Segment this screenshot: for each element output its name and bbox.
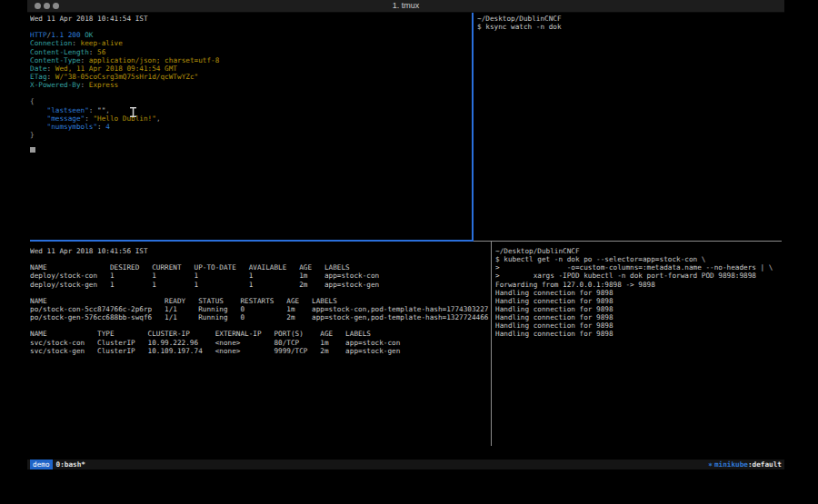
- pane-http-response[interactable]: Wed 11 Apr 2018 10:41:54 IST HTTP/1.1 20…: [30, 15, 471, 240]
- terminal-line: svc/stock-gen ClusterIP 10.109.197.74 <n…: [30, 347, 490, 355]
- terminal-line: Content-Type: application/json; charset=…: [30, 56, 471, 64]
- terminal-line: $ kubectl get -n dok po --selector=app=s…: [495, 255, 782, 263]
- terminal-line: [30, 147, 471, 155]
- terminal-line: Wed 11 Apr 2018 10:41:56 IST: [30, 247, 490, 255]
- terminal-line: Handling connection for 9898: [495, 305, 782, 313]
- pane-port-forward[interactable]: ~/Desktop/DublinCNCF$ kubectl get -n dok…: [495, 247, 782, 445]
- terminal-line: HTTP/1.1 200 OK: [30, 31, 471, 39]
- kube-cluster-name: minikube: [714, 460, 748, 469]
- pane-divider-horizontal-right[interactable]: [474, 241, 782, 242]
- kube-context-status: ⎈ minikube :default: [708, 460, 782, 469]
- tmux-terminal: Wed 11 Apr 2018 10:41:54 IST HTTP/1.1 20…: [27, 13, 784, 466]
- terminal-line: [30, 321, 490, 330]
- mouse-pointer-icon: [130, 107, 136, 117]
- terminal-line: "lastseen": "",: [30, 106, 471, 114]
- terminal-cursor: [30, 147, 35, 153]
- terminal-line: svc/stock-con ClusterIP 10.99.222.96 <no…: [30, 339, 490, 347]
- terminal-line: deploy/stock-con 1 1 1 1 1m app=stock-co…: [30, 272, 490, 280]
- terminal-line: deploy/stock-gen 1 1 1 1 2m app=stock-ge…: [30, 281, 490, 289]
- pane-divider-vertical-top[interactable]: [472, 13, 474, 242]
- tmux-window-tab[interactable]: 0:bash*: [56, 460, 85, 469]
- terminal-line: NAME READY STATUS RESTARTS AGE LABELS: [30, 297, 490, 305]
- terminal-line: ~/Desktop/DublinCNCF: [495, 247, 782, 255]
- terminal-line: "numsymbols": 4: [30, 123, 471, 131]
- terminal-line: Handling connection for 9898: [495, 297, 782, 305]
- terminal-line: po/stock-con-5cc874766c-2p6rp 1/1 Runnin…: [30, 305, 490, 313]
- terminal-line: Handling connection for 9898: [495, 321, 782, 330]
- terminal-line: $ ksync watch -n dok: [477, 23, 782, 31]
- terminal-line: NAME DESIRED CURRENT UP-TO-DATE AVAILABL…: [30, 263, 490, 272]
- terminal-line: Forwarding from 127.0.0.1:9898 -> 9898: [495, 281, 782, 289]
- terminal-line: Content-Length: 56: [30, 48, 471, 56]
- tmux-status-bar: demo 0:bash* ⎈ minikube :default: [27, 460, 784, 469]
- terminal-line: X-Powered-By: Express: [30, 81, 471, 89]
- terminal-line: Connection: keep-alive: [30, 39, 471, 47]
- terminal-line: ~/Desktop/DublinCNCF: [477, 15, 782, 23]
- terminal-line: po/stock-gen-576cc688bb-swqf6 1/1 Runnin…: [30, 313, 490, 321]
- window-title: 1. tmux: [27, 0, 784, 12]
- terminal-line: {: [30, 97, 471, 105]
- pane-divider-horizontal-left[interactable]: [30, 240, 473, 242]
- terminal-window: 1. tmux Wed 11 Apr 2018 10:41:54 IST HTT…: [27, 0, 784, 466]
- pane-kubectl-get[interactable]: Wed 11 Apr 2018 10:41:56 IST NAME DESIRE…: [30, 247, 490, 445]
- terminal-line: > -o=custom-columns=:metadata.name --no-…: [495, 263, 782, 272]
- terminal-line: [30, 89, 471, 97]
- pane-divider-vertical-bottom[interactable]: [491, 242, 492, 446]
- pane-ksync-watch[interactable]: ~/Desktop/DublinCNCF$ ksync watch -n dok: [477, 15, 782, 240]
- terminal-line: NAME TYPE CLUSTER-IP EXTERNAL-IP PORT(S)…: [30, 330, 490, 338]
- terminal-line: [30, 255, 490, 263]
- terminal-line: [30, 23, 471, 31]
- terminal-line: Handling connection for 9898: [495, 289, 782, 297]
- terminal-line: }: [30, 131, 471, 139]
- terminal-line: Wed 11 Apr 2018 10:41:54 IST: [30, 15, 471, 23]
- terminal-line: Handling connection for 9898: [495, 330, 782, 338]
- kube-namespace: :default: [748, 460, 782, 469]
- terminal-line: ETag: W/"38-05coCsrg3mQ75sHr1d/qcWTwYZc": [30, 73, 471, 81]
- helm-wheel-icon: ⎈: [708, 460, 713, 469]
- window-titlebar[interactable]: 1. tmux: [27, 0, 784, 13]
- desktop: 1. tmux Wed 11 Apr 2018 10:41:54 IST HTT…: [0, 0, 818, 504]
- session-name-badge[interactable]: demo: [30, 460, 53, 469]
- terminal-line: [30, 289, 490, 297]
- terminal-line: [30, 139, 471, 147]
- terminal-line: "message": "Hello Dublin!",: [30, 114, 471, 123]
- terminal-line: Date: Wed, 11 Apr 2018 09:41:54 GMT: [30, 64, 471, 73]
- terminal-line: Handling connection for 9898: [495, 313, 782, 321]
- terminal-line: > xargs -IPOD kubectl -n dok port-forwar…: [495, 272, 782, 280]
